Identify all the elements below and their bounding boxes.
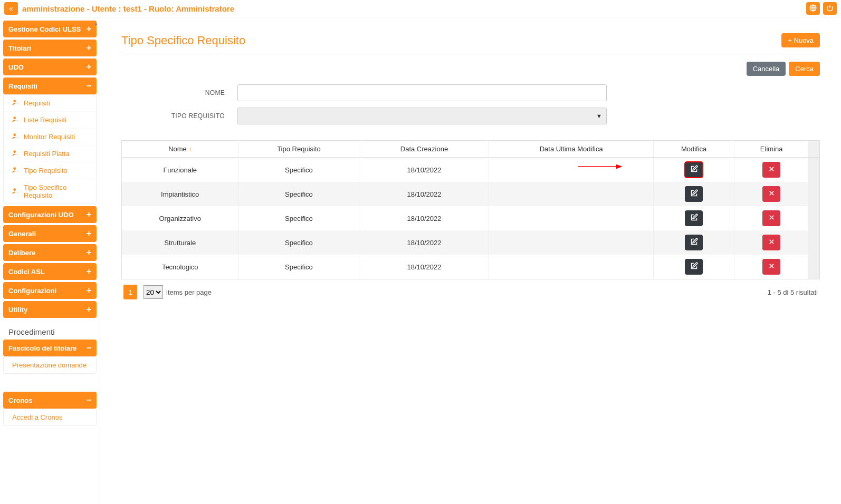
cell-delete (734, 230, 809, 255)
svg-point-5 (13, 133, 16, 136)
cell (489, 182, 653, 206)
cell-edit (653, 158, 734, 182)
delete-button[interactable] (762, 162, 780, 178)
sidebar-collapse-button[interactable]: « (4, 2, 18, 15)
plus-icon: + (87, 63, 91, 71)
plus-icon: + (788, 36, 794, 44)
nav-sub-requisiti-piatta[interactable]: Requisiti Piatta (4, 146, 96, 162)
nav-sub-label: Tipo Specifico Requisito (24, 183, 91, 199)
arrow-annotation (578, 162, 626, 171)
delete-button[interactable] (762, 235, 780, 250)
nav-group-label: Titolari (8, 44, 31, 52)
nav-sub-requisiti: RequisitiListe RequisitiMonitor Requisit… (3, 94, 97, 204)
edit-icon (690, 214, 698, 223)
nav-group-label: Configurazioni UDO (8, 211, 74, 219)
nav-group-label: Generali (8, 230, 36, 238)
tipo-requisito-label: TIPO REQUISITO (121, 112, 237, 120)
nav-group-udo[interactable]: UDO+ (3, 59, 97, 75)
chevron-down-icon: ▼ (596, 113, 602, 119)
nome-label: NOME (121, 89, 237, 96)
search-button[interactable]: Cerca (789, 62, 820, 76)
nav-sub-accedi-a-cronos[interactable]: Accedi a Cronos (4, 409, 96, 425)
edit-button[interactable] (685, 162, 703, 178)
col-data-creazione[interactable]: Data Creazione (359, 141, 489, 158)
edit-button[interactable] (685, 235, 703, 250)
svg-point-3 (13, 100, 16, 102)
cell: 18/10/2022 (359, 206, 489, 230)
table-row: ImpiantisticoSpecifico18/10/2022 (122, 182, 819, 206)
nav-group-gestione-codici-ulss[interactable]: Gestione Codici ULSS+ (3, 21, 97, 37)
col-nome[interactable]: Nome↑ (122, 141, 238, 158)
globe-button[interactable] (806, 2, 820, 15)
edit-button[interactable] (685, 210, 703, 226)
nav-group-configurazioni[interactable]: Configurazioni+ (3, 282, 97, 299)
col-data-ultima-modifica[interactable]: Data Ultima Modifica (489, 141, 653, 158)
nav-group-fascicolo-del-titolare[interactable]: Fascicolo del titolare− (3, 340, 97, 356)
table-row: StrutturaleSpecifico18/10/2022 (122, 230, 819, 255)
edit-icon (690, 165, 698, 175)
main-content: Tipo Specifico Requisito + Nuova Cancell… (100, 17, 841, 503)
tipo-requisito-select[interactable]: ▼ (237, 108, 607, 124)
col-modifica[interactable]: Modifica (653, 141, 734, 158)
cell-delete (734, 158, 809, 182)
plus-icon: + (87, 286, 91, 295)
nome-input[interactable] (237, 84, 607, 101)
nav-group-codici-asl[interactable]: Codici ASL+ (3, 263, 97, 280)
nav-sub-liste-requisiti[interactable]: Liste Requisiti (4, 112, 96, 129)
delete-button[interactable] (762, 210, 780, 226)
procedimenti-heading: Procedimenti (3, 320, 97, 340)
scroll-col (809, 255, 820, 279)
cell: Impiantistico (122, 182, 238, 206)
cell: Organizzativo (122, 206, 238, 230)
nav-group-generali[interactable]: Generali+ (3, 225, 97, 242)
delete-button[interactable] (762, 186, 780, 202)
delete-button[interactable] (762, 259, 780, 275)
sidebar: ▲ Gestione Codici ULSS+Titolari+UDO+Requ… (0, 17, 100, 503)
new-button[interactable]: + Nuova (781, 33, 820, 47)
cell: Specifico (238, 230, 359, 255)
plus-icon: + (87, 25, 91, 33)
plus-icon: + (87, 229, 91, 238)
edit-button[interactable] (685, 186, 703, 202)
nav-sub-tipo-requisito[interactable]: Tipo Requisito (4, 162, 96, 179)
cell: Strutturale (122, 230, 238, 255)
nav-sub-tipo-specifico-requisito[interactable]: Tipo Specifico Requisito (4, 179, 96, 203)
nav-group-configurazioni-udo[interactable]: Configurazioni UDO+ (3, 206, 97, 223)
nav-group-utility[interactable]: Utility+ (3, 301, 97, 318)
per-page-label: items per page (166, 288, 212, 296)
user-edit-icon (12, 188, 20, 196)
scroll-col (809, 158, 820, 182)
edit-button[interactable] (685, 259, 703, 275)
col-elimina[interactable]: Elimina (734, 141, 809, 158)
nav-group-label: Fascicolo del titolare (8, 344, 77, 352)
nav-group-cronos[interactable]: Cronos− (3, 392, 97, 409)
col-tipo-requisito[interactable]: Tipo Requisito (238, 141, 359, 158)
page-number[interactable]: 1 (123, 285, 137, 299)
nav-group-titolari[interactable]: Titolari+ (3, 40, 97, 56)
close-icon (768, 166, 775, 174)
page-size-select[interactable]: 20 (144, 285, 163, 299)
cell-edit (653, 230, 734, 255)
table-row: TecnologicoSpecifico18/10/2022 (122, 255, 819, 279)
plus-icon: + (87, 305, 91, 314)
user-edit-icon (12, 167, 20, 175)
nav-sub-label: Liste Requisiti (24, 116, 66, 124)
nav-sub-monitor-requisiti[interactable]: Monitor Requisiti (4, 129, 96, 146)
nav-sub-requisiti[interactable]: Requisiti (4, 95, 96, 112)
table-row: FunzionaleSpecifico18/10/2022 (122, 158, 819, 182)
cancel-button[interactable]: Cancella (747, 62, 786, 76)
nav-group-requisiti[interactable]: Requisiti− (3, 77, 97, 94)
nav-group-delibere[interactable]: Delibere+ (3, 244, 97, 261)
logout-button[interactable] (823, 2, 837, 15)
svg-point-7 (13, 167, 16, 170)
nav-sub-label: Monitor Requisiti (24, 133, 75, 141)
cell: 18/10/2022 (359, 230, 489, 255)
app-title: amministrazione - Utente : test1 - Ruolo… (22, 4, 803, 13)
nav-sub-presentazione-domande[interactable]: Presentazione domande (4, 357, 96, 373)
close-icon (768, 214, 775, 222)
cell: Specifico (238, 158, 359, 182)
topbar: « amministrazione - Utente : test1 - Ruo… (0, 0, 841, 17)
scroll-up-icon: ▲ (93, 21, 99, 26)
cell-edit (653, 182, 734, 206)
cell: 18/10/2022 (359, 158, 489, 182)
